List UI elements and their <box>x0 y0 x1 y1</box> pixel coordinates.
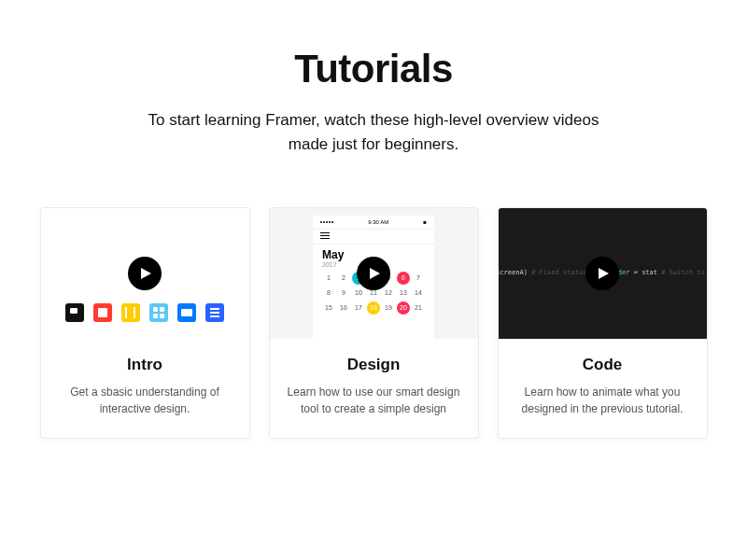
design-card-description: Learn how to use our smart design tool t… <box>285 384 463 417</box>
page-title: Tutorials <box>37 47 710 91</box>
intro-card-title: Intro <box>56 356 234 374</box>
intro-icons-row <box>41 303 249 322</box>
cards-row: Intro Get a sbasic understanding of inte… <box>37 207 710 439</box>
code-line: flow.showNext(screenA) <box>498 268 528 278</box>
intro-card[interactable]: Intro Get a sbasic understanding of inte… <box>40 207 250 439</box>
play-icon <box>599 268 609 279</box>
phone-nav <box>313 230 434 245</box>
intro-card-description: Get a sbasic understanding of interactiv… <box>56 384 234 417</box>
code-card[interactable]: # Show first artboard flow = new FlowCom… <box>498 207 708 439</box>
play-icon <box>141 268 151 279</box>
tool-icon <box>177 303 196 322</box>
tool-icon <box>121 303 140 322</box>
design-card-title: Design <box>285 356 463 374</box>
statusbar-time: 9:30 AM <box>368 219 388 225</box>
code-line: # Switch to next screen on tap <box>661 268 707 278</box>
play-icon <box>370 268 380 279</box>
play-button-intro[interactable] <box>128 257 162 290</box>
intro-card-body: Intro Get a sbasic understanding of inte… <box>41 339 249 438</box>
code-card-body: Code Learn how to animate what you desig… <box>499 339 707 438</box>
statusbar-battery: ■ <box>423 219 427 225</box>
tool-icon <box>93 303 112 322</box>
tool-icon <box>149 303 168 322</box>
play-button-design[interactable] <box>357 257 390 290</box>
code-card-title: Code <box>514 356 692 374</box>
design-card-body: Design Learn how to use our smart design… <box>270 339 478 438</box>
intro-preview <box>41 208 249 339</box>
design-card[interactable]: 9:30 AM ■ May 2017 1234567 <box>269 207 479 439</box>
page-subtitle: To start learning Framer, watch these hi… <box>140 108 607 156</box>
design-preview: 9:30 AM ■ May 2017 1234567 <box>270 208 478 339</box>
code-card-description: Learn how to animate what you designed i… <box>514 384 692 417</box>
hamburger-icon <box>320 232 330 241</box>
tool-icon <box>65 303 84 322</box>
tutorials-page: Tutorials To start learning Framer, watc… <box>0 0 747 439</box>
play-button-code[interactable] <box>585 257 619 290</box>
code-line: # Fixed status <box>531 268 586 278</box>
phone-statusbar: 9:30 AM ■ <box>313 216 434 230</box>
tool-icon <box>205 303 224 322</box>
code-preview: # Show first artboard flow = new FlowCom… <box>499 208 707 339</box>
